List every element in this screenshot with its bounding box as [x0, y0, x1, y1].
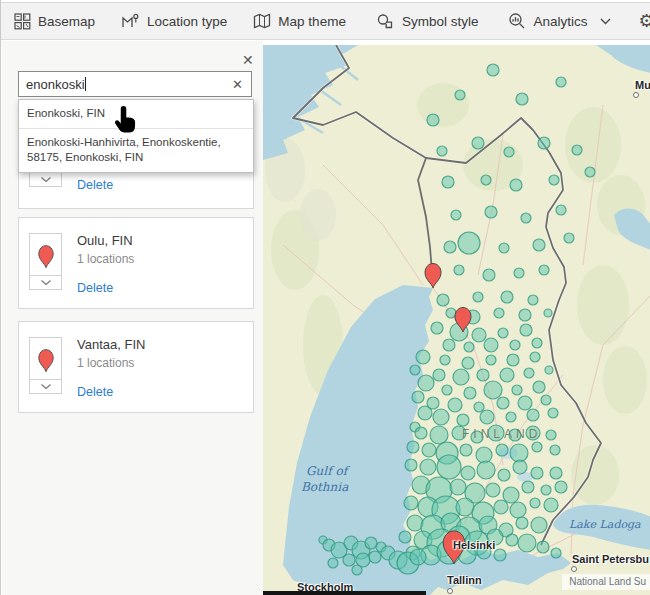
data-bubble — [503, 487, 519, 503]
card-expand-button[interactable] — [29, 275, 62, 290]
data-bubble — [550, 445, 560, 455]
data-bubble — [477, 461, 495, 479]
data-bubble — [477, 545, 491, 559]
card-location-count: 1 locations — [77, 356, 134, 370]
data-bubble — [516, 93, 528, 105]
data-bubble — [485, 206, 497, 218]
data-bubble — [442, 385, 452, 395]
settings-gear-button[interactable]: ⚙ — [624, 10, 650, 32]
data-bubble — [399, 531, 411, 543]
data-bubble — [496, 444, 508, 456]
data-bubble — [509, 429, 521, 441]
data-bubble — [416, 350, 430, 364]
data-bubble — [488, 425, 504, 441]
data-bubble — [462, 357, 474, 369]
delete-link[interactable]: Delete — [77, 178, 113, 192]
data-bubble — [531, 517, 547, 533]
panel-close-icon[interactable]: ✕ — [242, 53, 254, 67]
map-pin-icon — [37, 347, 55, 373]
map-theme-button[interactable]: Map theme — [240, 3, 359, 39]
delete-link[interactable]: Delete — [77, 385, 113, 399]
analytics-button[interactable]: Analytics — [495, 3, 624, 39]
basemap-label: Basemap — [38, 14, 95, 29]
data-bubble — [440, 355, 450, 365]
location-type-label: Location type — [147, 14, 227, 29]
card-expand-button[interactable] — [29, 379, 62, 394]
analytics-icon — [508, 12, 526, 30]
data-bubble — [477, 369, 489, 381]
location-type-button[interactable]: Location type — [108, 3, 240, 39]
data-bubble — [452, 426, 466, 440]
data-bubble — [422, 443, 436, 457]
text-caret — [85, 77, 86, 91]
data-bubble — [528, 295, 538, 305]
map-pin-icon — [37, 243, 55, 269]
data-bubble — [541, 395, 551, 405]
data-bubble — [471, 431, 483, 443]
data-bubble — [538, 137, 550, 149]
data-bubble — [530, 352, 540, 362]
data-bubble — [444, 241, 456, 253]
data-bubble — [585, 167, 595, 177]
symbol-style-button[interactable]: Symbol style — [363, 3, 492, 39]
data-bubble — [365, 537, 377, 549]
data-bubble — [487, 64, 499, 76]
data-bubble — [415, 427, 427, 439]
data-bubble — [456, 498, 474, 516]
card-expand-button[interactable] — [29, 172, 62, 187]
data-bubble — [328, 558, 338, 568]
map-attribution: National Land Su — [562, 574, 650, 590]
pin-icon-box — [29, 233, 62, 279]
data-bubble — [442, 176, 454, 188]
location-card: Vantaa, FIN 1 locations Delete — [18, 321, 254, 413]
data-bubble — [460, 444, 472, 456]
data-bubble — [461, 466, 475, 480]
data-bubble — [556, 77, 566, 87]
card-title: Vantaa, FIN — [77, 337, 145, 352]
data-bubble — [531, 467, 543, 479]
pin-icon-box — [29, 337, 62, 383]
data-bubble — [548, 408, 558, 418]
location-search-input[interactable]: enonkoski ✕ — [18, 71, 252, 97]
data-bubble — [510, 179, 522, 191]
symbol-style-icon — [376, 13, 395, 30]
app-window: Basemap Location type Map theme — [0, 0, 650, 595]
location-card: Oulu, FIN 1 locations Delete — [18, 217, 254, 309]
data-bubble — [476, 447, 492, 463]
data-bubble — [483, 269, 495, 281]
data-bubble — [506, 412, 516, 422]
data-bubble — [520, 324, 532, 336]
data-bubble — [513, 460, 527, 474]
map-canvas[interactable]: FINLAND Gulf ofBothniaLake Ladoga Helsin… — [263, 45, 650, 595]
chevron-down-icon — [41, 280, 51, 285]
data-bubble — [418, 375, 434, 391]
data-bubble — [410, 549, 426, 565]
data-bubble — [498, 328, 508, 338]
data-bubble — [474, 402, 484, 412]
data-bubble — [498, 469, 510, 481]
basemap-grid-icon — [14, 13, 31, 30]
basemap-button[interactable]: Basemap — [1, 3, 108, 39]
locations-panel: ✕ enonkoski ✕ Delete — [2, 41, 263, 595]
data-bubble — [499, 243, 509, 253]
data-bubble — [504, 147, 514, 157]
map-theme-icon — [253, 13, 271, 29]
data-bubble — [533, 381, 545, 393]
search-clear-icon[interactable]: ✕ — [224, 77, 251, 92]
data-bubble — [497, 397, 509, 409]
data-bubble — [437, 455, 461, 479]
city-marker — [633, 92, 639, 98]
data-bubble — [472, 137, 484, 149]
map-scale-bar — [263, 591, 426, 595]
data-bubble — [458, 232, 480, 254]
data-bubble — [519, 309, 531, 321]
data-bubble — [545, 366, 553, 374]
data-bubble — [533, 239, 545, 251]
city-marker — [447, 588, 453, 594]
data-bubble — [556, 205, 566, 215]
data-bubble — [451, 210, 461, 220]
delete-link[interactable]: Delete — [77, 281, 113, 295]
card-title: Oulu, FIN — [77, 233, 133, 248]
data-bubble — [369, 551, 381, 563]
toolbar: Basemap Location type Map theme — [1, 2, 650, 40]
